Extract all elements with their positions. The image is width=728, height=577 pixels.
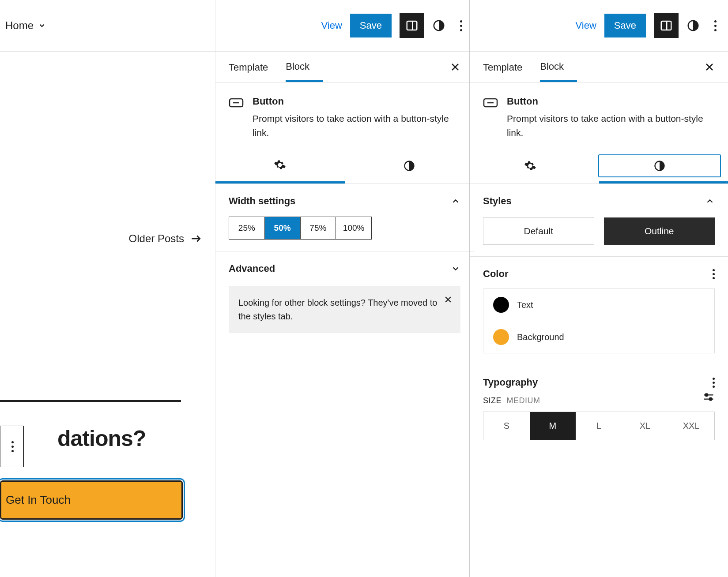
block-title: Button	[253, 96, 460, 107]
size-label: SIZE MEDIUM	[483, 396, 540, 405]
color-bg-label: Background	[517, 332, 564, 342]
settings-notice: Looking for other block settings? They'v…	[229, 286, 460, 333]
svg-point-22	[709, 397, 712, 400]
styles-header[interactable]: Styles	[483, 195, 715, 207]
width-50[interactable]: 50%	[265, 217, 301, 239]
home-label: Home	[5, 19, 34, 32]
styles-label: Styles	[483, 195, 512, 207]
contrast-icon	[653, 160, 666, 172]
size-xl[interactable]: XL	[622, 412, 668, 440]
more-icon	[11, 441, 14, 452]
older-posts-link[interactable]: Older Posts	[129, 232, 202, 245]
button-block-icon	[483, 97, 498, 108]
width-75[interactable]: 75%	[301, 217, 336, 239]
color-bg-row[interactable]: Background	[483, 321, 714, 353]
size-options: S M L XL XXL	[483, 412, 715, 440]
save-button[interactable]: Save	[604, 14, 646, 37]
more-icon	[714, 20, 717, 31]
gear-icon	[524, 160, 536, 172]
chevron-up-icon	[451, 196, 460, 206]
block-toolbar	[0, 426, 24, 467]
settings-subtab[interactable]	[470, 148, 591, 184]
heading-fragment[interactable]: dations?	[57, 426, 146, 451]
chevron-up-icon	[705, 196, 715, 206]
older-posts-label: Older Posts	[129, 232, 184, 245]
dismiss-notice-button[interactable]	[444, 295, 453, 304]
styles-subtab[interactable]	[598, 154, 721, 177]
color-label: Color	[483, 268, 508, 280]
arrow-right-icon	[190, 233, 202, 244]
size-m[interactable]: M	[530, 412, 576, 440]
sidebar-icon	[660, 19, 673, 32]
color-options-button[interactable]	[713, 269, 715, 279]
more-icon	[460, 20, 462, 31]
width-25[interactable]: 25%	[229, 217, 265, 239]
contrast-icon	[403, 160, 415, 172]
style-default[interactable]: Default	[483, 217, 594, 245]
block-description: Prompt visitors to take action with a bu…	[253, 112, 460, 139]
size-l[interactable]: L	[576, 412, 622, 440]
typography-label: Typography	[483, 377, 538, 388]
size-s[interactable]: S	[483, 412, 530, 440]
gear-icon	[274, 159, 286, 171]
close-icon	[444, 295, 453, 304]
separator-block[interactable]	[0, 400, 181, 402]
tab-block[interactable]: Block	[286, 52, 323, 82]
tab-block[interactable]: Block	[540, 52, 577, 82]
close-panel-button[interactable]	[704, 62, 715, 72]
width-settings-label: Width settings	[229, 195, 295, 207]
options-menu-button[interactable]	[708, 18, 723, 33]
toolbar-more-button[interactable]	[2, 426, 23, 467]
width-settings-header[interactable]: Width settings	[229, 195, 460, 207]
contrast-icon[interactable]	[432, 19, 445, 32]
contrast-icon[interactable]	[687, 19, 700, 32]
color-text-row[interactable]: Text	[483, 289, 714, 321]
style-outline[interactable]: Outline	[604, 217, 715, 245]
close-icon	[450, 62, 460, 72]
chevron-down-icon	[38, 22, 46, 30]
view-button[interactable]: View	[576, 20, 596, 31]
close-panel-button[interactable]	[450, 62, 460, 72]
width-100[interactable]: 100%	[336, 217, 371, 239]
tab-template[interactable]: Template	[483, 53, 536, 81]
bg-color-swatch	[493, 329, 509, 345]
sidebar-toggle-button[interactable]	[400, 13, 424, 38]
home-dropdown[interactable]: Home	[5, 19, 46, 32]
color-text-label: Text	[517, 300, 533, 310]
size-xxl[interactable]: XXL	[668, 412, 714, 440]
size-custom-button[interactable]	[702, 391, 715, 403]
width-options: 25% 50% 75% 100%	[229, 217, 372, 240]
block-title: Button	[507, 96, 715, 107]
sidebar-toggle-button[interactable]	[654, 13, 679, 38]
sliders-icon	[702, 391, 715, 403]
sidebar-icon	[405, 19, 419, 32]
styles-subtab[interactable]	[345, 148, 474, 184]
chevron-down-icon	[451, 264, 460, 274]
tab-template[interactable]: Template	[229, 53, 281, 81]
cta-button-block[interactable]: Get In Touch	[0, 480, 183, 520]
typography-options-button[interactable]	[713, 378, 715, 388]
button-block-icon	[229, 97, 244, 108]
save-button[interactable]: Save	[350, 14, 392, 37]
options-menu-button[interactable]	[453, 18, 468, 33]
view-button[interactable]: View	[321, 20, 342, 31]
svg-point-21	[705, 393, 708, 396]
close-icon	[704, 62, 715, 72]
editor-canvas[interactable]: Older Posts dations? Get In Touch	[0, 52, 215, 577]
advanced-header[interactable]: Advanced	[229, 263, 460, 274]
text-color-swatch	[493, 297, 509, 313]
settings-subtab[interactable]	[215, 148, 345, 184]
block-description: Prompt visitors to take action with a bu…	[507, 112, 715, 139]
notice-text: Looking for other block settings? They'v…	[238, 298, 437, 321]
advanced-label: Advanced	[229, 263, 275, 274]
